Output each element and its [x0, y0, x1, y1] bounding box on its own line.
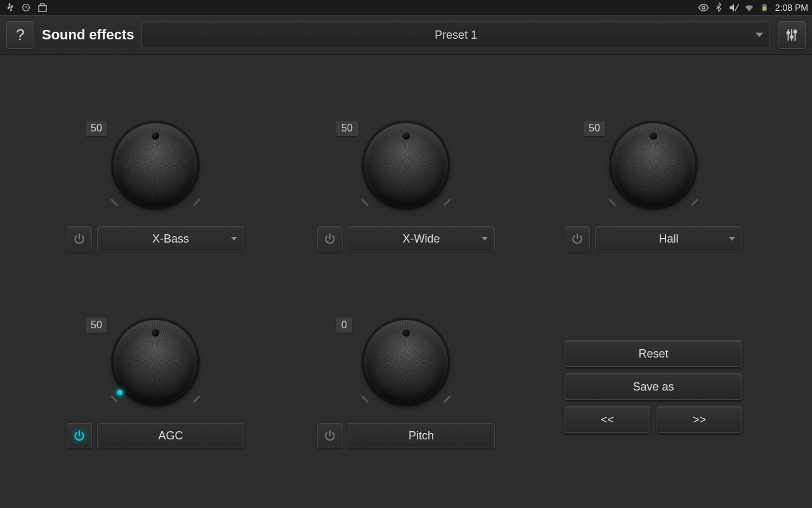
prev-label: << [601, 413, 614, 427]
effect-agc: 50 AGC [60, 315, 251, 448]
power-icon [324, 429, 336, 442]
usb-icon [4, 2, 15, 13]
next-button[interactable]: >> [657, 406, 742, 433]
mode-label: Pitch [409, 429, 434, 443]
svg-rect-10 [790, 36, 793, 38]
svg-rect-4 [763, 4, 765, 5]
save-as-label: Save as [632, 380, 674, 394]
value-badge: 50 [86, 121, 107, 136]
svg-rect-9 [787, 32, 790, 34]
value-badge: 50 [336, 121, 358, 136]
mode-label: X-Bass [152, 232, 189, 246]
value-badge: 50 [86, 318, 107, 333]
value-badge: 0 [336, 318, 352, 333]
chevron-down-icon [481, 237, 488, 241]
clock-label: 2:08 PM [775, 3, 808, 13]
power-icon [571, 232, 584, 245]
mode-select-hall[interactable]: Hall [595, 226, 742, 251]
next-label: >> [693, 413, 706, 427]
preset-select[interactable]: Preset 1 [141, 22, 770, 48]
knob-xwide[interactable] [364, 123, 448, 207]
label-agc: AGC [97, 423, 244, 448]
power-button-xwide[interactable] [317, 226, 343, 251]
knob-pitch[interactable] [364, 320, 448, 404]
mode-label: X-Wide [402, 232, 440, 246]
status-bar: 2:08 PM [0, 0, 812, 15]
wifi-icon [743, 2, 755, 13]
equalizer-button[interactable] [778, 21, 806, 49]
prev-button[interactable]: << [565, 406, 650, 433]
power-icon [73, 429, 86, 442]
value-badge: 50 [584, 121, 605, 136]
power-icon [324, 232, 336, 245]
svg-line-2 [735, 4, 738, 11]
power-button-hall[interactable] [565, 226, 590, 251]
effect-xbass: 50 X-Bass [60, 118, 251, 251]
preset-label: Preset 1 [435, 29, 477, 42]
power-icon [73, 232, 86, 245]
effect-hall: 50 Hall [558, 118, 749, 251]
action-panel: Reset Save as << >> [565, 340, 742, 433]
chevron-down-icon [729, 237, 735, 241]
bluetooth-icon [713, 2, 724, 13]
reset-label: Reset [638, 347, 668, 361]
svg-rect-5 [763, 6, 766, 10]
power-button-xbass[interactable] [67, 226, 92, 251]
power-button-agc[interactable] [67, 423, 92, 448]
effect-pitch: 0 Pitch [311, 315, 501, 448]
battery-icon [759, 2, 770, 13]
knob-hall[interactable] [612, 123, 695, 207]
mode-label: AGC [158, 429, 183, 443]
label-pitch: Pitch [348, 423, 495, 448]
indicator-on-icon [117, 390, 122, 395]
knob-xbass[interactable] [114, 123, 197, 207]
knob-agc[interactable] [114, 320, 197, 404]
save-as-button[interactable]: Save as [565, 373, 742, 400]
chevron-down-icon [231, 237, 237, 241]
play-store-icon [37, 2, 48, 13]
sliders-icon [785, 28, 799, 42]
svg-point-1 [702, 6, 705, 10]
mute-icon [728, 2, 740, 13]
chevron-down-icon [756, 33, 763, 37]
reset-button[interactable]: Reset [565, 340, 742, 367]
mode-select-xbass[interactable]: X-Bass [97, 226, 244, 251]
effect-xwide: 50 X-Wide [311, 118, 501, 251]
sync-icon [20, 2, 32, 13]
content-area: 50 X-Bass 50 X-Wide [0, 55, 812, 508]
page-title: Sound effects [42, 27, 134, 43]
mode-select-xwide[interactable]: X-Wide [348, 226, 495, 251]
svg-rect-11 [794, 31, 797, 33]
title-bar: ? Sound effects Preset 1 [0, 15, 812, 55]
eye-icon [698, 2, 709, 13]
power-button-pitch[interactable] [317, 423, 343, 448]
help-icon: ? [16, 26, 24, 44]
help-button[interactable]: ? [6, 21, 34, 49]
mode-label: Hall [658, 232, 678, 246]
